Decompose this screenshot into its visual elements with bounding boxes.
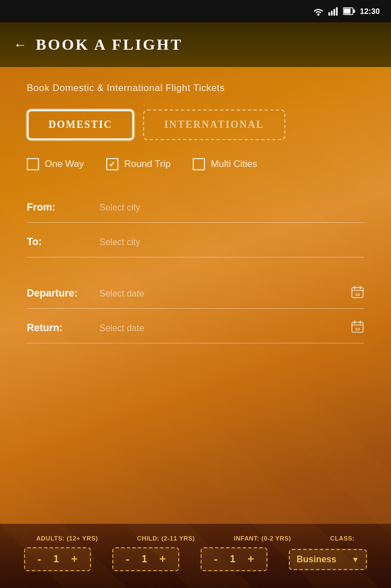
child-decrement-button[interactable]: - xyxy=(122,553,133,566)
svg-text:10: 10 xyxy=(355,327,360,332)
child-increment-button[interactable]: + xyxy=(156,553,169,566)
status-bar: 12:30 xyxy=(0,0,391,22)
class-selector[interactable]: Business ▼ xyxy=(289,549,367,570)
class-label: Class: xyxy=(330,535,355,542)
trip-type-multi-cities[interactable]: Multi Cities xyxy=(193,158,257,170)
round-trip-checkbox[interactable]: ✔ xyxy=(106,158,118,170)
departure-calendar-icon: 10 xyxy=(351,285,364,302)
svg-rect-5 xyxy=(354,9,355,13)
subtitle: Book Domestic & International Flight Tic… xyxy=(27,83,364,94)
round-trip-label: Round Trip xyxy=(124,159,170,170)
status-icons: 12:30 xyxy=(313,7,380,16)
return-input[interactable]: Select date xyxy=(99,323,364,333)
adults-decrement-button[interactable]: - xyxy=(34,553,45,566)
trip-type-one-way[interactable]: One Way xyxy=(27,158,84,170)
one-way-checkbox[interactable] xyxy=(27,158,39,170)
svg-rect-1 xyxy=(331,11,333,16)
wifi-icon xyxy=(313,7,324,16)
infant-increment-button[interactable]: + xyxy=(244,553,258,566)
from-chevron-icon: ⌟ xyxy=(360,202,364,214)
multi-cities-label: Multi Cities xyxy=(211,159,257,170)
infant-counter: - 1 + xyxy=(201,547,268,571)
tab-domestic[interactable]: Domestic xyxy=(27,109,134,140)
child-label: Child: (2-11 Yrs) xyxy=(137,535,195,542)
adults-increment-button[interactable]: + xyxy=(68,553,81,566)
one-way-label: One Way xyxy=(45,159,84,170)
adults-label: Adults: (12+ Yrs) xyxy=(36,535,98,542)
return-label: Return: xyxy=(27,322,99,334)
battery-icon xyxy=(343,7,355,15)
tab-international[interactable]: International xyxy=(143,109,285,140)
to-field-row: To: Select city ⌟ xyxy=(27,227,364,257)
bottom-controls: - 1 + - 1 + - 1 + Business ▼ xyxy=(17,547,374,571)
from-label: From: xyxy=(27,202,99,213)
departure-input[interactable]: Select date xyxy=(99,289,364,299)
header: ← Book A Flight xyxy=(0,22,391,67)
child-value: 1 xyxy=(137,553,151,565)
departure-field-row: Departure: Select date 10 xyxy=(27,279,364,309)
return-calendar-icon: 10 xyxy=(351,320,364,337)
page-title: Book A Flight xyxy=(36,36,183,54)
infant-label: Infant: (0-2 Yrs) xyxy=(234,535,291,542)
return-field-group: Return: Select date 10 xyxy=(27,313,364,343)
infant-decrement-button[interactable]: - xyxy=(211,553,221,566)
departure-label: Departure: xyxy=(27,288,99,299)
svg-rect-0 xyxy=(328,12,330,16)
main-content: Book Domestic & International Flight Tic… xyxy=(0,67,391,588)
infant-value: 1 xyxy=(225,553,240,565)
to-input[interactable]: Select city xyxy=(99,237,364,247)
bottom-section: Adults: (12+ Yrs) Child: (2-11 Yrs) Infa… xyxy=(0,524,391,588)
adults-counter: - 1 + xyxy=(24,547,91,571)
svg-text:10: 10 xyxy=(355,292,360,297)
departure-field-group: Departure: Select date 10 xyxy=(27,279,364,309)
class-value: Business xyxy=(297,554,336,565)
svg-rect-2 xyxy=(333,9,335,16)
to-label: To: xyxy=(27,236,99,248)
child-counter: - 1 + xyxy=(112,547,179,571)
signal-icon xyxy=(328,7,338,16)
trip-type-group: One Way ✔ Round Trip Multi Cities xyxy=(27,158,364,170)
trip-type-round-trip[interactable]: ✔ Round Trip xyxy=(106,158,170,170)
svg-rect-3 xyxy=(336,7,338,16)
from-input[interactable]: Select city xyxy=(99,203,364,213)
to-chevron-icon: ⌟ xyxy=(360,236,364,248)
svg-rect-6 xyxy=(344,9,351,14)
class-dropdown-icon: ▼ xyxy=(351,555,359,564)
bottom-labels: Adults: (12+ Yrs) Child: (2-11 Yrs) Infa… xyxy=(17,535,374,542)
back-button[interactable]: ← xyxy=(13,37,27,52)
tab-group: Domestic International xyxy=(27,109,364,140)
checkmark-icon: ✔ xyxy=(109,160,116,169)
time-display: 12:30 xyxy=(360,7,380,16)
multi-cities-checkbox[interactable] xyxy=(193,158,205,170)
to-field-group: To: Select city ⌟ xyxy=(27,227,364,257)
from-field-row: From: Select city ⌟ xyxy=(27,193,364,223)
adults-value: 1 xyxy=(49,553,63,565)
return-field-row: Return: Select date 10 xyxy=(27,313,364,343)
from-field-group: From: Select city ⌟ xyxy=(27,193,364,223)
